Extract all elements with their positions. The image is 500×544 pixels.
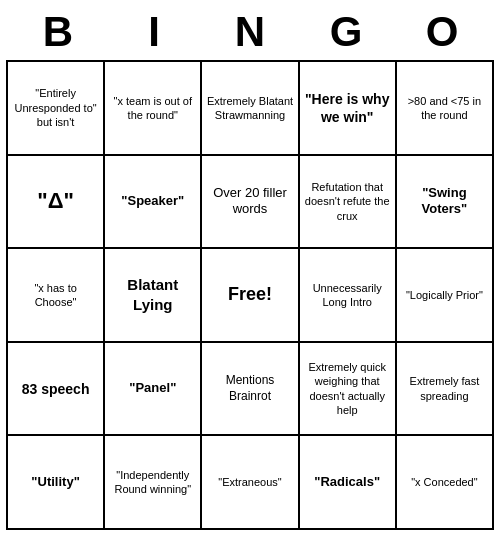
cell-3-4[interactable]: Extremely fast spreading xyxy=(396,342,493,436)
cell-3-3[interactable]: Extremely quick weighing that doesn't ac… xyxy=(299,342,396,436)
letter-i: I xyxy=(111,8,197,56)
cell-1-2[interactable]: Over 20 filler words xyxy=(201,155,298,249)
cell-2-0[interactable]: "x has to Choose" xyxy=(7,248,104,342)
cell-0-4[interactable]: >80 and <75 in the round xyxy=(396,61,493,155)
cell-3-1[interactable]: "Panel" xyxy=(104,342,201,436)
cell-3-0[interactable]: 83 speech xyxy=(7,342,104,436)
cell-4-4[interactable]: "x Conceded" xyxy=(396,435,493,529)
cell-4-1[interactable]: "Independently Round winning" xyxy=(104,435,201,529)
cell-0-1[interactable]: "x team is out of the round" xyxy=(104,61,201,155)
cell-1-0[interactable]: "Δ" xyxy=(7,155,104,249)
letter-b: B xyxy=(15,8,101,56)
cell-2-4[interactable]: "Logically Prior" xyxy=(396,248,493,342)
cell-0-0[interactable]: "Entirely Unresponded to" but isn't xyxy=(7,61,104,155)
cell-1-4[interactable]: "Swing Voters" xyxy=(396,155,493,249)
cell-4-3[interactable]: "Radicals" xyxy=(299,435,396,529)
cell-2-2-free[interactable]: Free! xyxy=(201,248,298,342)
cell-0-3[interactable]: "Here is why we win" xyxy=(299,61,396,155)
letter-n: N xyxy=(207,8,293,56)
cell-1-1[interactable]: "Speaker" xyxy=(104,155,201,249)
letter-g: G xyxy=(303,8,389,56)
cell-2-3[interactable]: Unnecessarily Long Intro xyxy=(299,248,396,342)
cell-4-2[interactable]: "Extraneous" xyxy=(201,435,298,529)
cell-1-3[interactable]: Refutation that doesn't refute the crux xyxy=(299,155,396,249)
cell-3-2[interactable]: Mentions Brainrot xyxy=(201,342,298,436)
bingo-grid: "Entirely Unresponded to" but isn't "x t… xyxy=(6,60,494,530)
cell-2-1[interactable]: Blatant Lying xyxy=(104,248,201,342)
letter-o: O xyxy=(399,8,485,56)
bingo-title: B I N G O xyxy=(10,0,490,60)
cell-4-0[interactable]: "Utility" xyxy=(7,435,104,529)
cell-0-2[interactable]: Extremely Blatant Strawmanning xyxy=(201,61,298,155)
